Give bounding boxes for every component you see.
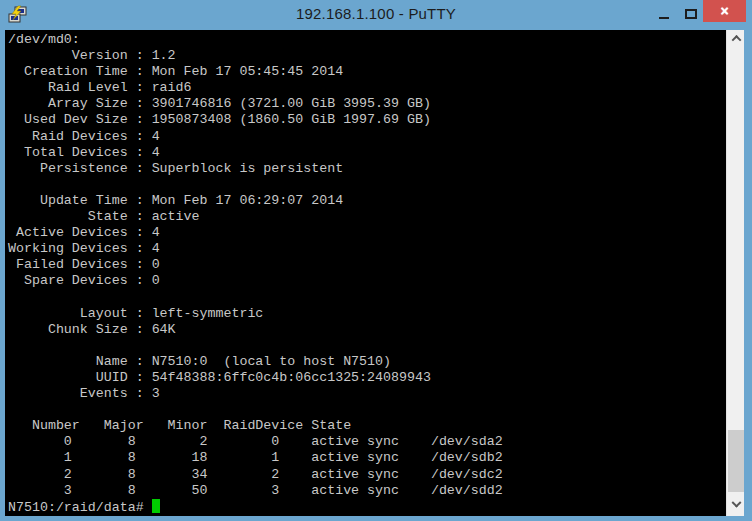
terminal-screen[interactable]: /dev/md0: Version : 1.2 Creation Time : … xyxy=(5,30,726,516)
terminal-cursor xyxy=(152,499,160,513)
terminal-output: /dev/md0: Version : 1.2 Creation Time : … xyxy=(8,32,726,499)
scrollbar-thumb[interactable] xyxy=(728,430,744,492)
maximize-icon xyxy=(685,9,697,19)
maximize-button[interactable] xyxy=(682,6,700,22)
shell-prompt: N7510:/raid/data# xyxy=(8,500,152,515)
scroll-down-button[interactable] xyxy=(727,497,745,514)
chevron-down-icon xyxy=(731,498,741,508)
minimize-button[interactable] xyxy=(655,6,673,22)
chevron-up-icon xyxy=(731,35,741,45)
shell-prompt-line: N7510:/raid/data# xyxy=(8,499,726,516)
putty-window: 192.168.1.100 - PuTTY × /dev/md0: Versio… xyxy=(0,0,752,521)
window-title: 192.168.1.100 - PuTTY xyxy=(0,5,752,22)
close-icon: × xyxy=(720,3,728,19)
scroll-up-button[interactable] xyxy=(727,30,745,47)
close-button[interactable]: × xyxy=(703,0,746,22)
minimize-icon xyxy=(659,17,669,19)
titlebar[interactable]: 192.168.1.100 - PuTTY × xyxy=(0,0,752,30)
terminal-scrollbar[interactable] xyxy=(726,30,744,516)
